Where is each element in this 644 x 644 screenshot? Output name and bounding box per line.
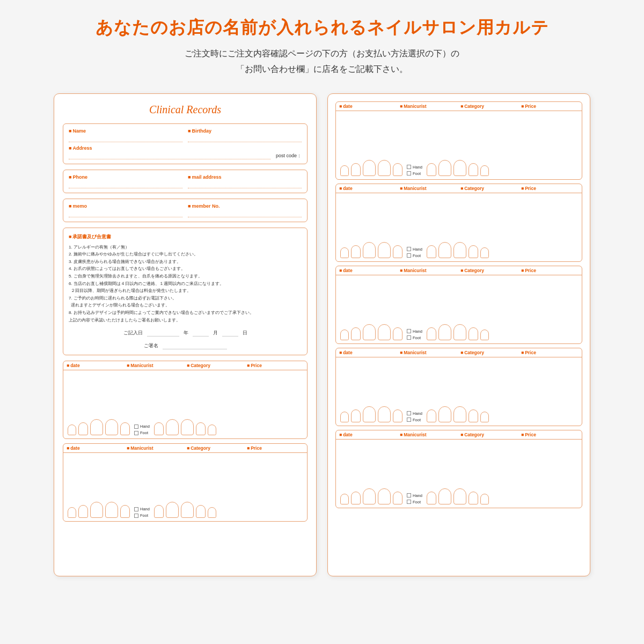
right-card: date Manicurist Category Price Hand Foot (327, 93, 590, 576)
right-record-header-5: date Manicurist Category Price (336, 430, 582, 440)
nail (120, 422, 130, 435)
nail (208, 507, 216, 518)
nail (378, 242, 391, 258)
post-code-label: post code： (276, 152, 302, 159)
r-foot-label-4: Foot (413, 418, 421, 422)
r-hand-checkbox-4[interactable] (407, 411, 411, 415)
nail (154, 422, 164, 435)
agreement-section: 承諾書及び合意書 1. アレルギーの有無（有／無） 2. 施術中に痛みやかゆみが… (63, 228, 308, 356)
r-price-col-1: Price (521, 104, 579, 109)
r-price-col-4: Price (521, 350, 579, 355)
nail (68, 507, 76, 518)
right-nails-row-4: Hand Foot (336, 403, 582, 426)
r-foot-checkbox-1[interactable] (407, 171, 411, 175)
right-record-body-4 (336, 357, 582, 403)
nail (453, 406, 466, 422)
date-label: ご記入日 (123, 330, 143, 336)
page-title: あなたのお店の名前が入れられるネイルサロン用カルテ (96, 16, 549, 40)
r-price-col-3: Price (521, 268, 579, 273)
nail (378, 160, 391, 176)
r-foot-checkbox-5[interactable] (407, 500, 411, 504)
manicurist-col-2: Manicurist (127, 445, 184, 451)
nail (469, 409, 478, 422)
nail (78, 422, 88, 435)
nail (340, 247, 349, 258)
r-date-col-3: date (339, 268, 397, 273)
nail (340, 165, 349, 176)
r-hand-checkbox-3[interactable] (407, 329, 411, 333)
record-header-2: date Manicurist Category Price (63, 444, 307, 453)
cards-wrapper: Clinical Records Name Birthday Address p… (11, 93, 633, 576)
nails-row-2: Hand Foot (63, 499, 307, 521)
date-col-1: date (67, 363, 123, 368)
foot-checkbox-2[interactable] (134, 514, 138, 518)
sign-label: ご署名 (144, 342, 158, 349)
r-date-col-5: date (339, 432, 397, 437)
r-manicurist-col-5: Manicurist (400, 432, 457, 437)
r-manicurist-col-1: Manicurist (400, 104, 457, 109)
r-hand-checkbox-1[interactable] (407, 165, 411, 169)
phone-mail-section: Phone mail address (63, 170, 308, 193)
right-record-body-1 (336, 111, 582, 157)
nail (480, 247, 489, 258)
nail (469, 163, 478, 176)
clinical-title: Clinical Records (63, 104, 308, 116)
record-section-1: date Manicurist Category Price Hand (63, 361, 308, 439)
nail (427, 492, 436, 504)
hand-check-2: Hand (134, 507, 150, 511)
hand-checkbox-2[interactable] (134, 507, 138, 511)
manicurist-col-1: Manicurist (127, 363, 184, 368)
r-manicurist-col-3: Manicurist (400, 268, 457, 273)
foot-check-2: Foot (134, 513, 150, 518)
nail (480, 494, 489, 504)
r-hand-label-1: Hand (413, 165, 422, 170)
r-hand-label-5: Hand (413, 493, 422, 498)
name-field: Name (69, 128, 182, 142)
r-foot-checkbox-2[interactable] (407, 253, 411, 258)
right-record-header-3: date Manicurist Category Price (336, 266, 582, 275)
right-record-header-4: date Manicurist Category Price (336, 348, 582, 357)
nail (469, 245, 478, 258)
r-foot-checkbox-3[interactable] (407, 335, 411, 340)
nail (105, 419, 118, 435)
nail (340, 494, 349, 504)
nail (427, 327, 436, 340)
member-field: member No. (188, 203, 302, 217)
r-foot-label-3: Foot (413, 335, 421, 340)
right-hand-foot-check-2: Hand Foot (407, 247, 422, 258)
agreement-title: 承諾書及び合意書 (69, 233, 302, 240)
nail (438, 242, 451, 258)
nail (469, 327, 478, 340)
right-hand-foot-check-3: Hand Foot (407, 329, 422, 340)
nail (351, 492, 361, 504)
nail (363, 488, 376, 504)
nail (196, 422, 206, 435)
hand-checkbox-1[interactable] (134, 425, 138, 429)
nail (469, 492, 478, 504)
right-record-body-5 (336, 440, 582, 485)
nail (480, 330, 489, 340)
hand-check-1: Hand (134, 424, 150, 429)
nail (351, 245, 361, 258)
nail (453, 242, 466, 258)
right-nails-row-5: Hand Foot (336, 485, 582, 508)
nail (351, 163, 361, 176)
r-hand-checkbox-2[interactable] (407, 247, 411, 251)
nail (90, 419, 103, 435)
nail (166, 502, 179, 518)
r-hand-checkbox-5[interactable] (407, 493, 411, 497)
right-record-4: date Manicurist Category Price Hand Foot (335, 348, 582, 426)
price-col-1: Price (247, 363, 304, 368)
record-body-2 (63, 453, 307, 499)
r-hand-label-4: Hand (413, 411, 422, 416)
nail (154, 505, 164, 518)
right-record-body-2 (336, 193, 582, 239)
r-foot-label-1: Foot (413, 171, 421, 176)
right-hand-foot-check-1: Hand Foot (407, 165, 422, 176)
nail (340, 330, 349, 340)
nail (351, 327, 361, 340)
foot-checkbox-1[interactable] (134, 431, 138, 435)
agreement-text: 1. アレルギーの有無（有／無） 2. 施術中に痛みやかゆみが生じた場合はすぐに… (69, 244, 302, 324)
sign-row-2: ご署名 (69, 342, 302, 349)
r-foot-checkbox-4[interactable] (407, 418, 411, 422)
